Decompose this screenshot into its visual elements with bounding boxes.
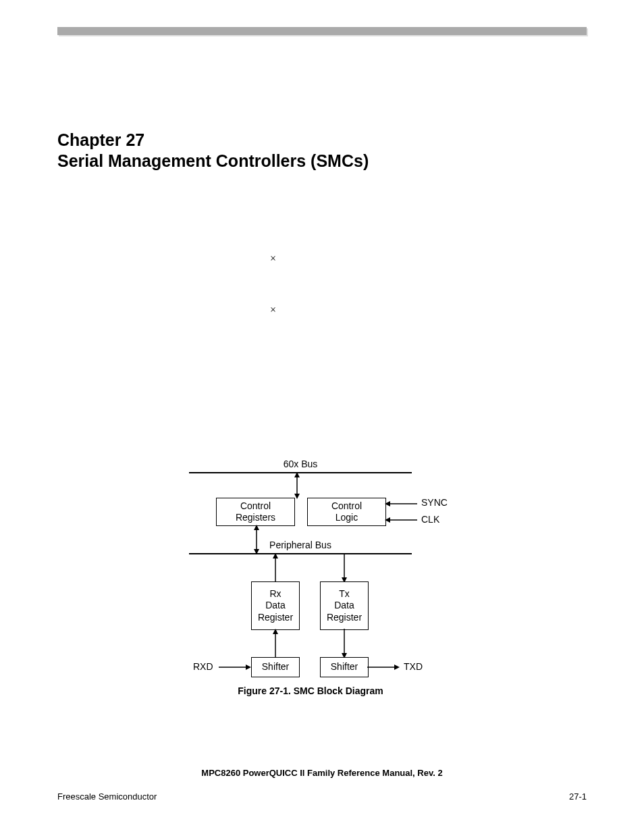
chapter-name: Serial Management Controllers (SMCs) [57, 151, 587, 172]
signal-clk: CLK [421, 514, 439, 525]
arrow-left-icon [385, 500, 419, 507]
svg-marker-1 [294, 472, 300, 477]
shifter-right-box: Shifter [320, 657, 369, 677]
arrow-double-icon [294, 472, 300, 499]
svg-marker-9 [254, 549, 259, 554]
chapter-title: Chapter 27 Serial Management Controllers… [57, 130, 587, 172]
svg-marker-19 [246, 664, 251, 670]
signal-sync: SYNC [421, 497, 448, 508]
chapter-number: Chapter 27 [57, 130, 587, 151]
page-footer: MPC8260 PowerQUICC II Family Reference M… [57, 768, 587, 802]
footer-page-number: 27-1 [569, 791, 587, 802]
box-label: Registers [236, 512, 275, 524]
svg-marker-4 [385, 501, 390, 506]
smc-block-diagram: 60x Bus Control Registers Control Logic … [189, 463, 459, 733]
svg-marker-21 [394, 664, 400, 670]
tx-data-register-box: Tx Data Register [320, 581, 369, 630]
svg-marker-11 [273, 553, 278, 558]
shifter-left-box: Shifter [251, 657, 300, 677]
arrow-down-icon [341, 553, 348, 583]
svg-marker-15 [273, 629, 278, 634]
arrow-left-icon [385, 517, 419, 523]
box-label: Logic [336, 512, 358, 524]
arrow-down-icon [341, 629, 348, 658]
figure-caption: Figure 27-1. SMC Block Diagram [189, 685, 432, 696]
footer-manual-title: MPC8260 PowerQUICC II Family Reference M… [57, 768, 587, 778]
signal-rxd: RXD [193, 661, 213, 672]
box-label: Register [327, 612, 362, 624]
arrow-right-icon [367, 664, 401, 671]
box-label: Shifter [262, 661, 289, 673]
box-label: Control [240, 500, 271, 513]
arrow-up-icon [272, 629, 279, 658]
bus-label-60x: 60x Bus [189, 459, 412, 469]
control-logic-box: Control Logic [307, 498, 386, 526]
box-label: Rx [269, 588, 281, 600]
control-registers-box: Control Registers [216, 498, 295, 526]
svg-marker-8 [254, 525, 259, 530]
header-bar [57, 27, 587, 35]
box-label: Tx [339, 588, 350, 600]
svg-marker-6 [385, 517, 390, 523]
box-label: Shifter [331, 661, 358, 673]
box-label: Data [265, 600, 286, 612]
signal-txd: TXD [404, 661, 423, 672]
rx-data-register-box: Rx Data Register [251, 581, 300, 630]
svg-marker-2 [294, 494, 300, 499]
cross-mark-icon: × [270, 304, 276, 316]
footer-vendor: Freescale Semiconductor [57, 791, 157, 802]
arrow-right-icon [219, 664, 252, 671]
cross-mark-icon: × [270, 253, 276, 265]
box-label: Data [334, 600, 354, 612]
box-label: Control [331, 500, 362, 513]
arrow-double-icon [253, 525, 260, 554]
arrow-up-icon [272, 553, 279, 583]
bus-label-peripheral: Peripheral Bus [189, 540, 412, 550]
bus-line-peripheral [189, 553, 412, 554]
bus-line-60x [189, 472, 412, 473]
box-label: Register [258, 612, 293, 624]
